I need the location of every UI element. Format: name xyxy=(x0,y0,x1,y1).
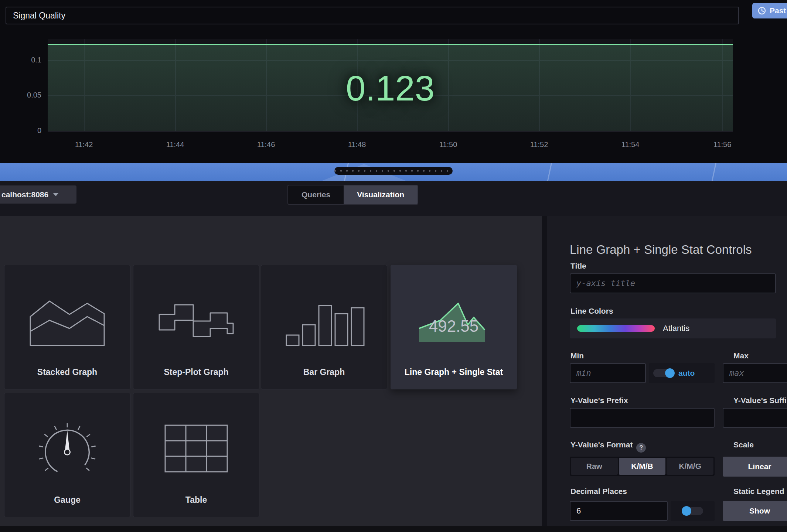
scale-label: Scale xyxy=(733,440,754,449)
viz-type-gauge[interactable]: Gauge xyxy=(4,393,130,517)
table-icon xyxy=(133,415,259,482)
line-graph-preview: 0.123 xyxy=(48,39,733,132)
viz-type-step-plot-graph[interactable]: Step-Plot Graph xyxy=(133,265,259,389)
bar-graph-icon xyxy=(261,287,387,354)
static-legend-show-button[interactable]: Show xyxy=(723,501,787,521)
viz-type-label: Table xyxy=(133,495,259,505)
x-axis-tick: 11:56 xyxy=(706,140,739,149)
viz-type-table[interactable]: Table xyxy=(133,393,259,517)
y-prefix-input[interactable] xyxy=(570,408,715,428)
visualization-type-panel: Stacked Graph Step-Plot Graph xyxy=(0,216,542,526)
color-scheme-name: Atlantis xyxy=(663,324,689,333)
y-axis-title-input[interactable] xyxy=(570,273,776,293)
viz-type-label: Gauge xyxy=(4,495,130,505)
time-range-label: Past xyxy=(770,6,786,15)
page-footer xyxy=(0,526,787,532)
max-input[interactable] xyxy=(723,363,787,383)
x-axis-tick: 11:42 xyxy=(67,140,100,149)
controls-heading: Line Graph + Single Stat Controls xyxy=(570,243,752,257)
auto-toggle[interactable]: auto xyxy=(649,363,715,383)
x-axis-tick: 11:54 xyxy=(614,140,647,149)
time-range-button[interactable]: Past xyxy=(752,3,787,18)
y-suffix-label: Y-Value's Suffix xyxy=(733,396,787,405)
tab-queries[interactable]: Queries xyxy=(288,185,344,204)
caret-down-icon xyxy=(53,193,59,196)
y-axis-tick: 0.1 xyxy=(0,56,41,64)
title-label: Title xyxy=(570,262,586,270)
viz-type-bar-graph[interactable]: Bar Graph xyxy=(261,265,387,389)
tab-visualization[interactable]: Visualization xyxy=(344,185,418,204)
x-axis-tick: 11:48 xyxy=(340,140,374,149)
y-format-radio-group: Raw K/M/B K/M/G xyxy=(570,457,715,476)
viz-type-label: Line Graph + Single Stat xyxy=(391,367,517,377)
x-axis-tick: 11:46 xyxy=(249,140,283,149)
decimal-places-input[interactable] xyxy=(570,501,668,521)
x-axis-tick: 11:44 xyxy=(159,140,192,149)
graph-controls-panel: Line Graph + Single Stat Controls Title … xyxy=(547,216,787,526)
decimal-places-toggle[interactable] xyxy=(671,501,715,521)
min-label: Min xyxy=(570,351,584,360)
source-label: calhost:8086 xyxy=(1,190,48,199)
cell-title-input[interactable] xyxy=(6,7,739,24)
editor-toolbar: calhost:8086 Queries Visualization xyxy=(0,181,787,216)
dashboard-background-strip xyxy=(0,163,787,181)
format-option-kmg[interactable]: K/M/G xyxy=(667,458,713,475)
color-scheme-swatch xyxy=(577,325,655,332)
auto-toggle-track[interactable] xyxy=(653,369,674,377)
scale-linear-button[interactable]: Linear xyxy=(723,457,787,477)
format-option-raw[interactable]: Raw xyxy=(571,458,618,475)
resize-drag-handle[interactable] xyxy=(334,167,453,175)
y-format-label: Y-Value's Format? xyxy=(570,440,646,453)
y-suffix-input[interactable] xyxy=(723,408,787,428)
auto-label: auto xyxy=(678,369,695,378)
viz-type-stacked-graph[interactable]: Stacked Graph xyxy=(4,265,130,389)
color-scheme-dropdown[interactable]: Atlantis xyxy=(570,318,776,338)
viz-type-line-graph-single-stat[interactable]: 492.55 Line Graph + Single Stat xyxy=(391,265,517,389)
max-label: Max xyxy=(733,351,749,360)
viz-type-label: Bar Graph xyxy=(261,367,387,377)
x-axis-tick: 11:50 xyxy=(432,140,465,149)
clock-icon xyxy=(757,6,766,15)
single-stat-value: 0.123 xyxy=(48,68,733,109)
gauge-icon xyxy=(4,415,130,482)
source-dropdown[interactable]: calhost:8086 xyxy=(0,185,76,204)
static-legend-label: Static Legend xyxy=(733,487,784,496)
y-axis-tick: 0.05 xyxy=(0,91,41,99)
step-plot-graph-icon xyxy=(133,287,259,354)
stacked-graph-icon xyxy=(4,287,130,354)
cell-preview: Past 0.123 0.1 0.05 0 11:42 11:44 11:46 xyxy=(0,0,787,163)
x-axis-tick: 11:52 xyxy=(522,140,556,149)
card-preview-stat: 492.55 xyxy=(391,317,517,335)
viz-type-label: Step-Plot Graph xyxy=(133,367,259,377)
y-prefix-label: Y-Value's Prefix xyxy=(570,396,628,405)
cell-editor-overlay: Past 0.123 0.1 0.05 0 11:42 11:44 11:46 xyxy=(0,0,787,532)
viz-type-label: Stacked Graph xyxy=(4,367,130,377)
min-input[interactable] xyxy=(570,363,646,383)
y-axis-tick: 0 xyxy=(0,126,41,135)
decimal-places-label: Decimal Places xyxy=(570,487,627,496)
editor-tabs: Queries Visualization xyxy=(287,185,418,205)
help-icon[interactable]: ? xyxy=(636,443,646,453)
format-option-kmb[interactable]: K/M/B xyxy=(619,458,666,475)
line-colors-label: Line Colors xyxy=(570,307,613,316)
